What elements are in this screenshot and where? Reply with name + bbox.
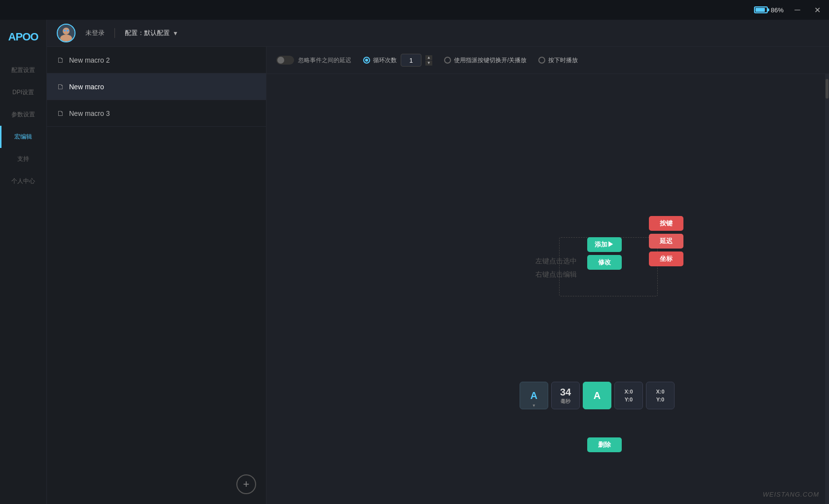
sidebar-item-params[interactable]: 参数设置 bbox=[0, 104, 46, 126]
logo: APOO bbox=[6, 25, 40, 49]
sidebar-item-macro-label: 宏编辑 bbox=[14, 133, 32, 140]
coord-1-text: X:0 Y:0 bbox=[624, 388, 633, 404]
count-spinners: ▲ ▼ bbox=[425, 55, 432, 66]
sidebar-item-account-label: 个人中心 bbox=[11, 178, 35, 184]
toggle-track[interactable] bbox=[276, 56, 294, 65]
macro-blocks-row: A ▼ 34 毫秒 A X:0 Y:0 bbox=[520, 382, 675, 409]
titlebar: 86% ─ ✕ bbox=[0, 0, 829, 20]
macro-item-3-name: New macro 3 bbox=[69, 109, 110, 117]
svg-point-1 bbox=[63, 28, 70, 35]
macro-item-2-name: New macro bbox=[69, 83, 104, 91]
coord-2-x: X:0 bbox=[656, 388, 664, 396]
toggle-thumb bbox=[277, 57, 284, 64]
avatar bbox=[57, 24, 75, 42]
spin-up-button[interactable]: ▲ bbox=[425, 55, 432, 60]
loop-count-radio[interactable]: 循环次数 bbox=[363, 56, 397, 65]
loop-label: 循环次数 bbox=[373, 56, 397, 65]
editor-toolbar: 忽略事件之间的延迟 循环次数 ▲ ▼ 使用指派按键切换开/关播放 bbox=[266, 47, 829, 74]
watermark: WEISTANG.COM bbox=[763, 491, 819, 498]
assign-key-label: 使用指派按键切换开/关播放 bbox=[454, 56, 527, 65]
sidebar-item-support-label: 支持 bbox=[17, 155, 29, 162]
sidebar: APOO 配置设置 DPI设置 参数设置 宏编辑 支持 个人中心 bbox=[0, 20, 47, 504]
ignore-delay-label: 忽略事件之间的延迟 bbox=[298, 56, 351, 65]
file-icon: 🗋 bbox=[57, 109, 64, 117]
sidebar-item-params-label: 参数设置 bbox=[11, 111, 35, 118]
delay-value: 34 bbox=[560, 387, 571, 398]
macro-block-coord-1[interactable]: X:0 Y:0 bbox=[614, 382, 643, 409]
loop-count-input[interactable] bbox=[401, 54, 421, 67]
header-divider bbox=[114, 28, 115, 38]
chevron-icon: ▼ bbox=[532, 403, 536, 408]
ignore-delay-toggle[interactable]: 忽略事件之间的延迟 bbox=[276, 56, 351, 65]
key-action-button[interactable]: 按键 bbox=[649, 216, 683, 231]
loop-count-group: 循环次数 ▲ ▼ bbox=[363, 54, 432, 67]
sidebar-item-dpi[interactable]: DPI设置 bbox=[0, 81, 46, 104]
add-macro-button[interactable]: + bbox=[236, 474, 256, 494]
sidebar-item-support[interactable]: 支持 bbox=[0, 148, 46, 170]
coord-action-button[interactable]: 坐标 bbox=[649, 252, 683, 266]
sidebar-item-macro[interactable]: 宏编辑 bbox=[0, 126, 46, 148]
macro-editor-panel: 忽略事件之间的延迟 循环次数 ▲ ▼ 使用指派按键切换开/关播放 bbox=[266, 47, 829, 504]
file-icon: 🗋 bbox=[57, 56, 64, 64]
sidebar-item-config-label: 配置设置 bbox=[11, 67, 35, 73]
minimize-button[interactable]: ─ bbox=[791, 4, 803, 16]
radio-circle-checked bbox=[363, 57, 370, 64]
spin-down-button[interactable]: ▼ bbox=[425, 61, 432, 66]
macro-item-2[interactable]: 🗋 New macro bbox=[47, 73, 266, 100]
modify-button[interactable]: 修改 bbox=[587, 255, 622, 270]
battery-percent: 86% bbox=[771, 6, 784, 14]
delete-button[interactable]: 删除 bbox=[587, 437, 622, 452]
sidebar-item-config[interactable]: 配置设置 bbox=[0, 59, 46, 81]
hold-play-radio[interactable]: 按下时播放 bbox=[538, 56, 578, 65]
chevron-down-icon: ▾ bbox=[174, 29, 177, 37]
add-button[interactable]: 添加▶ bbox=[587, 237, 622, 252]
block-a-label: A bbox=[530, 390, 537, 401]
file-icon: 🗋 bbox=[57, 82, 64, 91]
close-button[interactable]: ✕ bbox=[811, 4, 823, 16]
block-a-selected-label: A bbox=[594, 390, 601, 401]
main-content: 🗋 New macro 2 🗋 New macro 🗋 New macro 3 … bbox=[47, 47, 829, 504]
macro-block-a-default[interactable]: A ▼ bbox=[520, 382, 548, 409]
logo-text: APOO bbox=[8, 31, 38, 43]
hold-play-label: 按下时播放 bbox=[548, 56, 578, 65]
delay-unit: 毫秒 bbox=[561, 398, 570, 405]
config-selector[interactable]: 配置：默认配置 ▾ bbox=[125, 29, 177, 37]
macro-item-3[interactable]: 🗋 New macro 3 bbox=[47, 100, 266, 127]
battery-indicator: 86% bbox=[754, 6, 784, 14]
add-modify-panel: 添加▶ 修改 bbox=[587, 237, 622, 270]
battery-icon bbox=[754, 6, 768, 13]
macro-block-coord-2[interactable]: X:0 Y:0 bbox=[646, 382, 675, 409]
svg-point-3 bbox=[64, 30, 66, 32]
coord-1-x: X:0 bbox=[624, 388, 633, 396]
delete-popup: 删除 bbox=[587, 437, 622, 452]
sidebar-item-account[interactable]: 个人中心 bbox=[0, 170, 46, 192]
config-label: 配置：默认配置 bbox=[125, 29, 170, 37]
macro-block-a-selected[interactable]: A bbox=[583, 382, 611, 409]
coord-1-y: Y:0 bbox=[624, 396, 633, 404]
user-status: 未登录 bbox=[85, 29, 105, 37]
svg-point-4 bbox=[67, 30, 69, 32]
coord-2-y: Y:0 bbox=[656, 396, 664, 404]
header: 未登录 配置：默认配置 ▾ bbox=[47, 20, 829, 47]
macro-item-1[interactable]: 🗋 New macro 2 bbox=[47, 47, 266, 73]
delay-action-button[interactable]: 延迟 bbox=[649, 234, 683, 249]
macro-item-1-name: New macro 2 bbox=[69, 56, 110, 64]
coord-2-text: X:0 Y:0 bbox=[656, 388, 664, 404]
macro-list-panel: 🗋 New macro 2 🗋 New macro 🗋 New macro 3 … bbox=[47, 47, 266, 504]
editor-canvas: 左键点击选中 右键点击编辑 按键 延迟 坐标 添加▶ 修改 A ▼ bbox=[266, 74, 829, 504]
editor-scrollbar[interactable] bbox=[825, 74, 829, 504]
assign-key-radio[interactable]: 使用指派按键切换开/关播放 bbox=[444, 56, 527, 65]
scrollbar-thumb bbox=[826, 79, 829, 99]
action-buttons: 按键 延迟 坐标 bbox=[649, 216, 683, 266]
sidebar-item-dpi-label: DPI设置 bbox=[12, 89, 34, 96]
macro-block-delay[interactable]: 34 毫秒 bbox=[551, 382, 580, 409]
radio-circle-unchecked-2 bbox=[538, 57, 545, 64]
radio-circle-unchecked bbox=[444, 57, 451, 64]
